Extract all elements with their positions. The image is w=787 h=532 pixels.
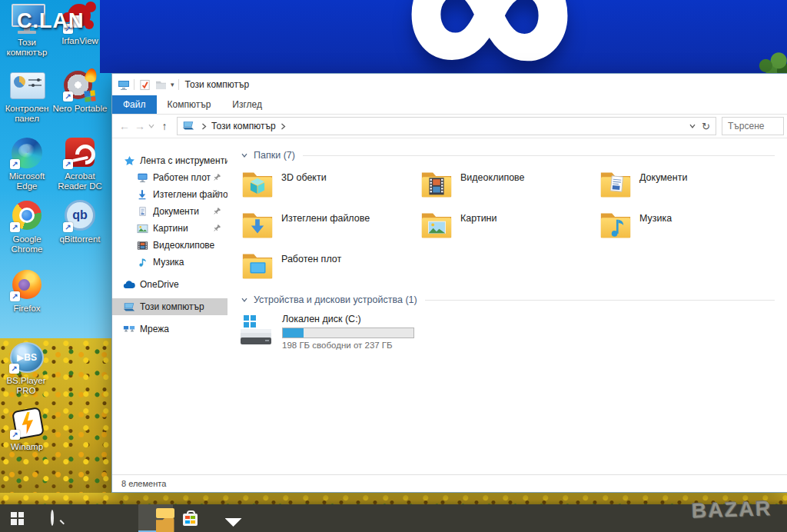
- firefox-icon: ↗: [9, 269, 45, 301]
- nav-item-downloads[interactable]: Изтеглени файлове: [112, 186, 227, 203]
- folder-tile-label: 3D обекти: [281, 172, 327, 206]
- folder-tiles: 3D обектиВидеоклиповеДокументиИзтеглени …: [241, 165, 779, 288]
- wallpaper-fujitsu-banner: ∞: [100, 0, 787, 73]
- desktop-icon-label: IrfanView: [51, 36, 109, 46]
- folder-tile-label: Видеоклипове: [460, 172, 525, 206]
- star-icon: [123, 155, 135, 167]
- explorer-window-icon: [118, 78, 130, 91]
- desktop-icon-label: Google Chrome: [0, 234, 56, 254]
- winamp-icon: ↗: [9, 407, 45, 440]
- nav-item-documents[interactable]: Документи: [112, 203, 227, 220]
- taskbar-edge-button[interactable]: [104, 504, 138, 532]
- folder-tile-label: Картини: [460, 213, 497, 247]
- tab-файл[interactable]: Файл: [112, 95, 157, 114]
- search-input[interactable]: Търсене: [722, 117, 784, 135]
- nav-item-desktop[interactable]: Работен плот: [112, 169, 227, 186]
- refresh-icon[interactable]: ↻: [702, 121, 710, 132]
- address-dropdown-chevron-icon[interactable]: [689, 122, 696, 130]
- downloads-icon: [136, 188, 148, 201]
- nav-item-network[interactable]: Мрежа: [112, 321, 227, 337]
- desktop-icon-control-panel[interactable]: Контролен панел: [0, 69, 56, 124]
- content-pane: Папки (7) 3D обектиВидеоклиповеДокументи…: [227, 138, 787, 474]
- pin-icon: [212, 173, 221, 182]
- nero-icon: ↗: [62, 69, 98, 101]
- properties-button-icon[interactable]: [138, 78, 151, 91]
- tab-компютър[interactable]: Компютър: [157, 95, 222, 114]
- desktop-icon-qbittorrent[interactable]: qb↗qBittorrent: [51, 200, 109, 244]
- nav-item-pictures[interactable]: Картини: [112, 220, 227, 237]
- nav-item-label: OneDrive: [140, 279, 179, 290]
- edge-icon: ↗: [9, 137, 45, 169]
- fujitsu-infinity-logo: ∞: [407, 0, 572, 73]
- folder-tile-downloads[interactable]: Изтеглени файлове: [241, 206, 420, 247]
- folder-tile-documents[interactable]: Документи: [599, 165, 778, 206]
- breadcrumb-root[interactable]: Този компютър: [211, 121, 276, 131]
- group-header-devices[interactable]: Устройства и дискови устройства (1): [241, 294, 775, 306]
- desktop-icon-edge[interactable]: ↗Microsoft Edge: [0, 137, 56, 191]
- desktop-icon-winamp[interactable]: ↗Winamp: [0, 407, 56, 452]
- folder-tile-3d-objects[interactable]: 3D обекти: [241, 165, 420, 206]
- forward-button-icon[interactable]: →: [132, 120, 148, 132]
- tab-изглед[interactable]: Изглед: [221, 95, 273, 114]
- taskbar-start-button[interactable]: [0, 504, 35, 532]
- taskbar: [0, 504, 787, 532]
- title-bar[interactable]: ▾ Този компютър: [112, 74, 787, 95]
- taskbar-search-button[interactable]: [35, 504, 69, 532]
- nav-item-quick-access[interactable]: Лента с инструменти: [112, 152, 227, 169]
- nav-item-this-pc[interactable]: Този компютър: [112, 298, 227, 315]
- customize-toolbar-chevron-icon[interactable]: ▾: [171, 81, 174, 88]
- up-button-icon[interactable]: ↑: [157, 120, 172, 132]
- desktop-icon-firefox[interactable]: ↗Firefox: [0, 269, 56, 314]
- shortcut-arrow-icon: ↗: [63, 91, 73, 101]
- collapse-chevron-icon[interactable]: [241, 151, 248, 159]
- desktop-icon-chrome[interactable]: ↗Google Chrome: [0, 200, 56, 254]
- breadcrumb-chevron-icon[interactable]: [280, 122, 287, 131]
- toolbar-separator: [178, 79, 179, 90]
- taskbar-store-button[interactable]: [173, 504, 208, 532]
- group-label: Папки (7): [254, 150, 295, 161]
- drive-tile-local-disk-c[interactable]: Локален диск (C:) 198 ГБ свободни от 237…: [241, 314, 787, 350]
- pin-icon: [212, 207, 221, 216]
- folder-tile-videos[interactable]: Видеоклипове: [420, 165, 599, 206]
- drive-capacity-bar: [282, 328, 414, 338]
- desktop-icon-label: Acrobat Reader DC: [51, 171, 109, 191]
- wallpaper-sunflower-strip: [0, 493, 787, 504]
- toolbar-separator: [134, 79, 134, 90]
- shortcut-arrow-icon: ↗: [10, 430, 20, 440]
- nav-item-music[interactable]: Музика: [112, 254, 227, 271]
- taskbar-copilot-button[interactable]: [69, 504, 104, 532]
- folder-tile-desktop[interactable]: Работен плот: [241, 247, 420, 288]
- this-pc-breadcrumb-icon: [182, 121, 194, 131]
- nav-item-videos[interactable]: Видеоклипове: [112, 237, 227, 254]
- nav-item-label: Видеоклипове: [153, 240, 214, 251]
- start-icon: [11, 512, 24, 525]
- recent-locations-chevron-icon[interactable]: [148, 122, 157, 130]
- folder-tile-pictures[interactable]: Картини: [420, 206, 599, 247]
- control-panel-icon: [9, 69, 45, 101]
- explorer-body: Лента с инструментиРаботен плотИзтеглени…: [112, 138, 787, 474]
- collapse-chevron-icon[interactable]: [241, 296, 248, 304]
- pin-icon: [212, 190, 221, 199]
- status-bar: 8 елемента: [112, 474, 787, 492]
- folder-documents-icon: [599, 165, 633, 201]
- window-title: Този компютър: [185, 79, 250, 90]
- shortcut-arrow-icon: ↗: [10, 222, 20, 232]
- group-header-folders[interactable]: Папки (7): [241, 149, 775, 161]
- back-button-icon[interactable]: ←: [117, 120, 132, 132]
- address-bar[interactable]: Този компютър ↻: [177, 117, 716, 135]
- folder-tile-music[interactable]: Музика: [599, 206, 778, 247]
- store-icon: [183, 510, 198, 526]
- shortcut-arrow-icon: ↗: [10, 159, 20, 169]
- folder-videos-icon: [420, 165, 453, 201]
- desktop-icon-bsplayer[interactable]: ▶BS↗BS.Player PRO: [0, 341, 55, 396]
- new-folder-button-icon[interactable]: [154, 78, 167, 91]
- taskbar-mail-button[interactable]: [208, 504, 242, 532]
- desktop-icon-nero[interactable]: ↗Nero Portable: [51, 69, 109, 114]
- desktop-icon-acrobat[interactable]: ↗Acrobat Reader DC: [51, 137, 109, 191]
- nav-item-label: Този компютър: [140, 301, 204, 312]
- bazar-watermark: BAZAR: [691, 497, 772, 524]
- drive-free-space: 198 ГБ свободни от 237 ГБ: [282, 341, 414, 350]
- nav-item-onedrive[interactable]: OneDrive: [112, 276, 227, 293]
- taskbar-explorer-button[interactable]: [138, 504, 173, 532]
- breadcrumb-chevron-icon[interactable]: [201, 122, 208, 131]
